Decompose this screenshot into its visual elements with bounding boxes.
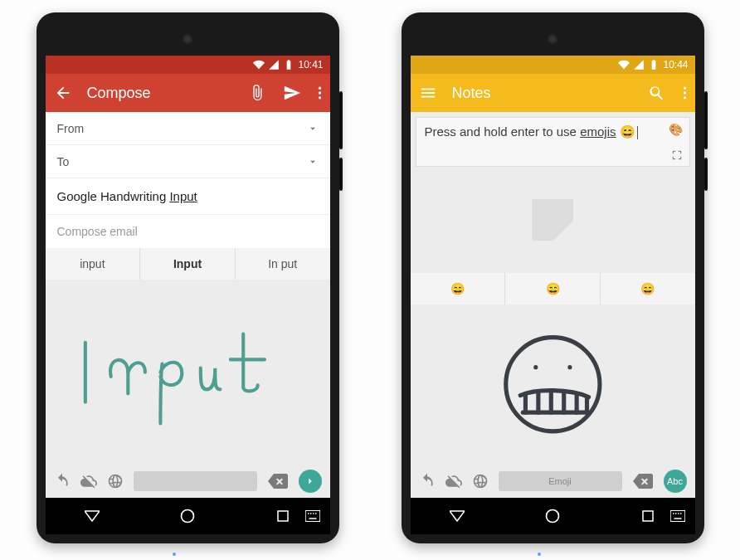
notes-body: Press and hold enter to use emojis 😄 🎨 <box>411 112 695 273</box>
nav-back-icon[interactable] <box>450 509 465 523</box>
appbar-title: Notes <box>452 85 633 102</box>
undo-icon[interactable] <box>419 473 436 489</box>
svg-rect-8 <box>313 513 314 514</box>
svg-point-13 <box>683 96 685 99</box>
nav-home-icon[interactable] <box>179 508 196 524</box>
backspace-button[interactable] <box>267 473 289 489</box>
nav-recent-icon[interactable] <box>640 509 655 523</box>
expand-icon[interactable] <box>671 149 683 161</box>
enter-button[interactable]: Abc <box>664 470 687 493</box>
svg-rect-21 <box>675 513 677 514</box>
suggestion-3[interactable]: In put <box>236 248 330 280</box>
phone-speaker <box>547 33 558 45</box>
to-field[interactable]: To <box>46 145 330 178</box>
nav-back-icon[interactable] <box>85 509 100 523</box>
spacebar[interactable] <box>134 471 257 491</box>
svg-point-17 <box>546 510 558 523</box>
keyboard-toolbar: Emoji Abc <box>411 465 695 498</box>
suggestion-2[interactable]: 😄 <box>505 273 601 304</box>
nav-keyboard-icon[interactable] <box>670 510 685 522</box>
search-icon[interactable] <box>648 84 666 102</box>
svg-rect-18 <box>643 511 653 521</box>
to-label: To <box>57 155 70 168</box>
subject-field[interactable]: Google Handwriting Input <box>46 178 330 215</box>
svg-point-1 <box>318 91 320 94</box>
svg-rect-20 <box>673 513 674 514</box>
from-field[interactable]: From <box>46 112 330 145</box>
status-bar: 10:44 <box>411 56 695 74</box>
body-field[interactable]: Compose email <box>46 215 330 248</box>
globe-icon[interactable] <box>472 473 489 489</box>
app-bar: Notes <box>411 74 695 112</box>
menu-icon[interactable] <box>419 84 437 102</box>
globe-icon[interactable] <box>107 473 124 489</box>
svg-point-15 <box>533 365 538 369</box>
svg-point-3 <box>181 510 193 523</box>
battery-icon <box>648 59 660 71</box>
overflow-icon[interactable] <box>683 84 687 102</box>
svg-point-12 <box>683 91 685 94</box>
note-card[interactable]: Press and hold enter to use emojis 😄 🎨 <box>416 117 690 167</box>
svg-point-14 <box>505 338 599 431</box>
back-icon[interactable] <box>54 84 72 102</box>
chevron-down-icon <box>307 156 319 168</box>
text-cursor <box>637 126 638 139</box>
status-bar: 10:41 <box>46 56 330 74</box>
svg-rect-4 <box>278 511 288 521</box>
enter-button[interactable] <box>299 470 322 493</box>
chevron-down-icon <box>307 123 319 134</box>
phone-right: 10:44 Notes Press and hold enter to use … <box>402 12 704 543</box>
note-text: Press and hold enter to use emojis 😄 <box>425 124 635 139</box>
paper-fold-icon <box>532 199 573 241</box>
svg-rect-22 <box>678 513 679 514</box>
note-pad <box>411 167 695 273</box>
battery-icon <box>283 59 295 71</box>
suggestion-1[interactable]: 😄 <box>411 273 506 304</box>
cloud-off-icon[interactable] <box>80 473 97 489</box>
attach-icon[interactable] <box>248 84 266 102</box>
palette-icon[interactable]: 🎨 <box>669 123 683 136</box>
nav-recent-icon[interactable] <box>275 509 290 523</box>
overflow-icon[interactable] <box>318 84 322 102</box>
handwriting-area[interactable] <box>46 280 330 465</box>
svg-rect-24 <box>674 518 681 519</box>
svg-point-2 <box>318 96 320 99</box>
svg-rect-10 <box>309 518 316 519</box>
svg-point-11 <box>683 87 685 90</box>
handwriting-stroke <box>425 316 681 452</box>
suggestion-bar: 😄 😄 😄 <box>411 273 695 304</box>
signal-icon <box>268 59 280 71</box>
carousel-dot <box>173 553 176 556</box>
handwriting-area[interactable] <box>411 304 695 465</box>
status-time: 10:41 <box>298 59 323 71</box>
suggestion-3[interactable]: 😄 <box>601 273 695 304</box>
nav-keyboard-icon[interactable] <box>305 510 320 522</box>
undo-icon[interactable] <box>54 473 71 489</box>
nav-bar <box>46 498 330 534</box>
handwriting-stroke <box>60 294 316 451</box>
keyboard-toolbar <box>46 465 330 498</box>
cloud-off-icon[interactable] <box>445 473 462 489</box>
send-icon[interactable] <box>283 84 301 102</box>
svg-point-16 <box>567 365 572 369</box>
spacebar[interactable]: Emoji <box>499 471 622 491</box>
suggestion-2[interactable]: Input <box>140 248 236 280</box>
nav-home-icon[interactable] <box>544 508 561 524</box>
phone-speaker <box>182 33 193 45</box>
svg-rect-7 <box>310 513 312 514</box>
backspace-button[interactable] <box>632 473 654 489</box>
body-placeholder: Compose email <box>57 225 138 238</box>
suggestion-1[interactable]: input <box>46 248 141 280</box>
from-label: From <box>57 122 85 135</box>
svg-rect-19 <box>670 510 685 522</box>
phone-left: 10:41 Compose From To Google Handwriting… <box>37 12 339 543</box>
screen-notes: 10:44 Notes Press and hold enter to use … <box>411 56 695 498</box>
svg-rect-6 <box>308 513 309 514</box>
svg-rect-5 <box>305 510 320 522</box>
appbar-title: Compose <box>87 85 233 102</box>
svg-rect-9 <box>315 513 317 514</box>
subject-text: Google Handwriting Input <box>57 189 197 203</box>
signal-icon <box>633 59 645 71</box>
screen-gmail: 10:41 Compose From To Google Handwriting… <box>46 56 330 498</box>
carousel-dot <box>538 553 541 556</box>
